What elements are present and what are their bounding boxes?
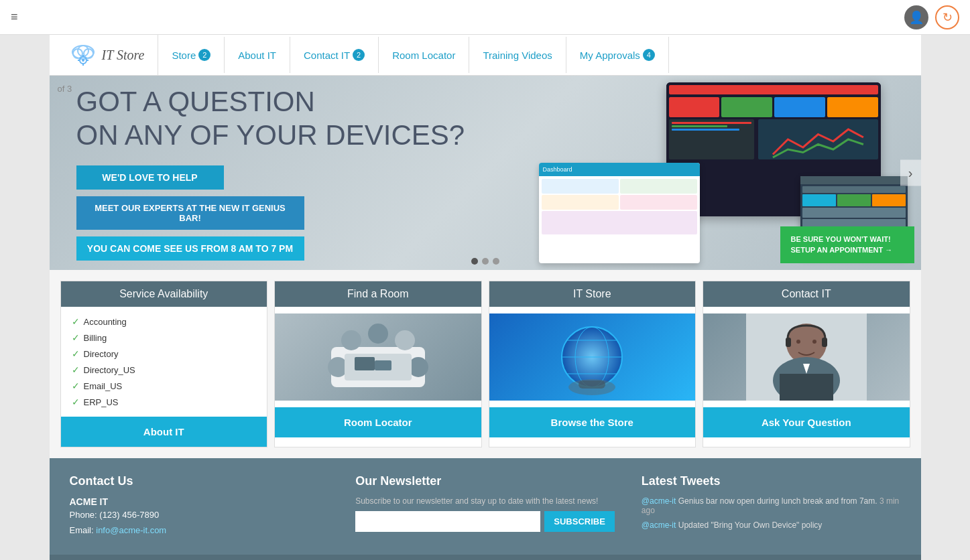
hero-next-arrow[interactable]: › bbox=[900, 160, 921, 186]
hero-banner: of 3 GOT A QUESTION ON ANY OF YOUR DEVIC… bbox=[50, 76, 921, 270]
list-item: ✓ Directory bbox=[72, 346, 257, 362]
svg-rect-18 bbox=[375, 360, 391, 370]
service-availability-header: Service Availability bbox=[61, 281, 267, 307]
svg-point-31 bbox=[812, 340, 816, 344]
store-badge: 2 bbox=[198, 49, 210, 61]
room-locator-button[interactable]: Room Locator bbox=[275, 407, 481, 437]
nav-item-contact[interactable]: Contact IT 2 bbox=[290, 37, 379, 73]
footer-newsletter: Our Newsletter Subscribe to our newslett… bbox=[355, 474, 615, 539]
dot-1[interactable] bbox=[471, 258, 478, 265]
svg-rect-32 bbox=[786, 338, 791, 347]
footer-main: Contact Us ACME IT Phone: (123) 456-7890… bbox=[50, 458, 921, 555]
about-it-button[interactable]: About IT bbox=[61, 417, 267, 447]
list-item: ✓ Directory_US bbox=[72, 362, 257, 378]
it-store-image bbox=[489, 307, 696, 407]
footer-bottom: © 2016 ACME IT - Powered by EasyVista Pr… bbox=[50, 555, 921, 560]
svg-rect-17 bbox=[355, 357, 375, 370]
tweet-2: @acme-it Updated "Bring Your Own Device"… bbox=[642, 520, 901, 530]
nav-item-training[interactable]: Training Videos bbox=[469, 37, 566, 73]
room-image bbox=[275, 313, 481, 401]
svg-point-5 bbox=[82, 59, 84, 62]
approvals-badge: 4 bbox=[643, 49, 655, 61]
hero-title: GOT A QUESTION ON ANY OF YOUR DEVICES? bbox=[76, 85, 492, 153]
footer-company: ACME IT bbox=[70, 496, 329, 507]
footer-email-row: Email: info@acme-it.com bbox=[70, 522, 329, 538]
card-find-room: Find a Room bbox=[274, 281, 482, 447]
hamburger-icon[interactable]: ≡ bbox=[11, 10, 18, 24]
list-item: ✓ ERP_US bbox=[72, 394, 257, 410]
logo-text: IT Store bbox=[102, 48, 145, 63]
store-image bbox=[489, 313, 696, 401]
svg-point-12 bbox=[368, 324, 388, 344]
hero-nav-dots bbox=[471, 258, 499, 265]
hero-btn-hours[interactable]: YOU CAN COME SEE US FROM 8 AM TO 7 PM bbox=[76, 236, 304, 261]
footer-email-link[interactable]: info@acme-it.com bbox=[96, 525, 166, 535]
check-icon: ✓ bbox=[72, 316, 80, 327]
hero-image-area: Dashboard bbox=[519, 76, 921, 270]
refresh-icon[interactable]: ↻ bbox=[935, 5, 959, 29]
find-room-image bbox=[275, 307, 481, 407]
card-it-store: IT Store bbox=[489, 281, 696, 447]
card-service-availability: Service Availability ✓ Accounting ✓ Bill… bbox=[60, 281, 268, 447]
hero-counter: of 3 bbox=[58, 84, 72, 94]
list-item: ✓ Billing bbox=[72, 330, 257, 346]
logo-icon bbox=[70, 43, 97, 67]
subscribe-button[interactable]: SUBSCRIBE bbox=[544, 511, 615, 532]
tweet-handle-1[interactable]: @acme-it bbox=[642, 496, 676, 506]
svg-rect-33 bbox=[822, 338, 827, 347]
dot-3[interactable] bbox=[493, 258, 499, 265]
appointment-btn[interactable]: BE SURE YOU WON'T WAIT! SETUP AN APPOINT… bbox=[780, 226, 914, 263]
hero-btn-genius[interactable]: MEET OUR EXPERTS AT THE NEW IT GENIUS BA… bbox=[76, 196, 304, 230]
check-icon: ✓ bbox=[72, 380, 80, 391]
browse-store-button[interactable]: Browse the Store bbox=[489, 407, 696, 437]
svg-point-3 bbox=[78, 46, 88, 56]
list-item: ✓ Accounting bbox=[72, 313, 257, 330]
ask-question-button[interactable]: Ask Your Question bbox=[703, 407, 910, 437]
nav-item-about[interactable]: About IT bbox=[225, 37, 290, 73]
check-icon: ✓ bbox=[72, 332, 80, 343]
card-contact-it: Contact IT bbox=[703, 281, 910, 447]
check-icon: ✓ bbox=[72, 348, 80, 359]
svg-rect-34 bbox=[780, 374, 833, 401]
contact-badge: 2 bbox=[353, 49, 365, 61]
newsletter-title: Our Newsletter bbox=[355, 474, 615, 488]
check-icon: ✓ bbox=[72, 364, 80, 375]
nav-item-room[interactable]: Room Locator bbox=[379, 37, 469, 73]
check-icon: ✓ bbox=[72, 397, 80, 407]
logo[interactable]: IT Store bbox=[56, 35, 159, 75]
footer-tweets: Latest Tweets @acme-it Genius bar now op… bbox=[642, 474, 901, 539]
hero-content: GOT A QUESTION ON ANY OF YOUR DEVICES? W… bbox=[50, 76, 519, 270]
it-store-header: IT Store bbox=[489, 281, 696, 307]
list-item: ✓ Email_US bbox=[72, 378, 257, 394]
svg-point-11 bbox=[341, 330, 361, 350]
user-avatar[interactable]: 👤 bbox=[904, 5, 928, 29]
contact-it-image bbox=[703, 307, 910, 407]
nav-items: Store 2 About IT Contact IT 2 Room Locat… bbox=[158, 37, 914, 73]
cards-section: Service Availability ✓ Accounting ✓ Bill… bbox=[50, 270, 921, 458]
footer-contact-title: Contact Us bbox=[70, 474, 329, 488]
tweet-1: @acme-it Genius bar now open during lunc… bbox=[642, 496, 901, 515]
svg-point-13 bbox=[395, 330, 415, 350]
tweets-title: Latest Tweets bbox=[642, 474, 901, 488]
footer-phone: Phone: (123) 456-7890 bbox=[70, 507, 329, 522]
nav-item-approvals[interactable]: My Approvals 4 bbox=[566, 37, 669, 73]
nav-item-store[interactable]: Store 2 bbox=[158, 37, 225, 73]
top-bar: ≡ 👤 ↻ bbox=[0, 0, 970, 35]
contact-it-header: Contact IT bbox=[703, 281, 910, 307]
contact-image bbox=[703, 313, 910, 401]
svg-rect-26 bbox=[579, 380, 605, 389]
footer-contact: Contact Us ACME IT Phone: (123) 456-7890… bbox=[70, 474, 329, 539]
newsletter-desc: Subscribe to our newsletter and stay up … bbox=[355, 496, 615, 506]
find-room-header: Find a Room bbox=[275, 281, 481, 307]
hero-screen-secondary: Dashboard bbox=[539, 163, 700, 263]
main-wrapper: IT Store Store 2 About IT Contact IT 2 R… bbox=[50, 35, 921, 560]
svg-point-30 bbox=[796, 340, 800, 344]
hero-btn-help[interactable]: WE'D LOVE TO HELP bbox=[76, 165, 224, 190]
newsletter-row: SUBSCRIBE bbox=[355, 511, 615, 532]
dot-2[interactable] bbox=[482, 258, 489, 265]
newsletter-input[interactable] bbox=[355, 511, 540, 532]
service-list: ✓ Accounting ✓ Billing ✓ Directory ✓ Dir… bbox=[61, 307, 267, 417]
nav-bar: IT Store Store 2 About IT Contact IT 2 R… bbox=[50, 35, 921, 76]
tweet-handle-2[interactable]: @acme-it bbox=[642, 520, 676, 530]
